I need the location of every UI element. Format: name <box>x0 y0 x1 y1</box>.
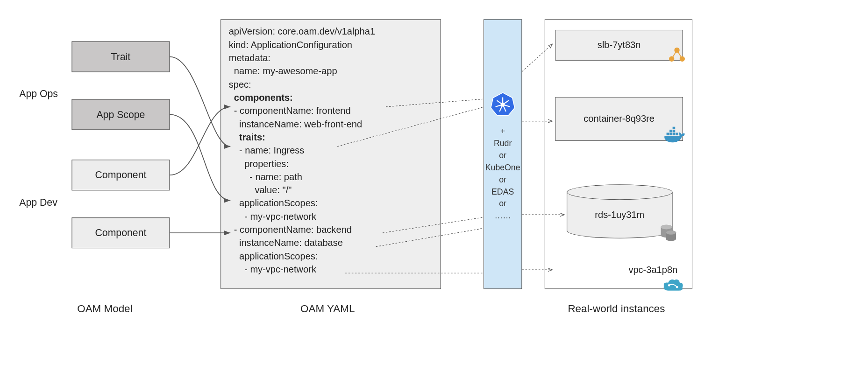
role-app-dev: App Dev <box>19 197 57 209</box>
runtime-text: + RudrorKubeOneorEDASor…… <box>485 125 520 222</box>
yaml-line: spec: <box>229 78 433 91</box>
yaml-line: traits: <box>229 131 433 144</box>
runtime-item: or <box>485 149 520 161</box>
runtime-item: Rudr <box>485 137 520 149</box>
box-trait: Trait <box>71 41 170 72</box>
svg-point-29 <box>666 237 676 241</box>
yaml-line: - my-vpc-network <box>229 210 433 223</box>
svg-line-13 <box>677 50 682 59</box>
svg-point-26 <box>661 225 672 230</box>
instance-rds: rds-1uy31m <box>567 184 673 237</box>
yaml-line: - componentName: frontend <box>229 105 433 118</box>
yaml-line: value: "/" <box>229 184 433 197</box>
slb-label: slb-7yt83n <box>598 40 641 51</box>
runtime-item: …… <box>485 210 520 222</box>
runtime-plus: + <box>485 125 520 137</box>
column-label-instances: Real-world instances <box>568 303 665 315</box>
docker-icon <box>664 126 686 146</box>
runtime-box: + RudrorKubeOneorEDASor…… <box>484 19 522 289</box>
app-scope-label: App Scope <box>96 109 145 120</box>
instances-box: slb-7yt83n container-8q93re <box>545 19 692 289</box>
yaml-line: components: <box>229 91 433 105</box>
column-label-yaml: OAM YAML <box>300 303 355 315</box>
instance-container: container-8q93re <box>555 97 683 141</box>
container-label: container-8q93re <box>583 113 655 125</box>
column-label-model: OAM Model <box>77 303 132 315</box>
svg-point-9 <box>674 48 679 53</box>
component-2-label: Component <box>95 227 147 239</box>
yaml-line: kind: ApplicationConfiguration <box>229 39 433 52</box>
cloud-icon <box>662 278 684 296</box>
trait-label: Trait <box>111 51 131 63</box>
yaml-line: properties: <box>229 157 433 170</box>
runtime-item: or <box>485 174 520 186</box>
vpc-label: vpc-3a1p8n <box>628 265 677 276</box>
yaml-box: apiVersion: core.oam.dev/v1alpha1kind: A… <box>221 19 441 289</box>
load-balancer-icon <box>668 46 686 65</box>
svg-rect-18 <box>669 130 672 133</box>
runtime-item: or <box>485 198 520 210</box>
box-component-2: Component <box>71 217 170 248</box>
instance-slb: slb-7yt83n <box>555 30 683 61</box>
instance-vpc: vpc-3a1p8n <box>562 262 677 279</box>
yaml-line: applicationScopes: <box>229 250 433 263</box>
svg-rect-16 <box>673 133 676 135</box>
runtime-item: EDAS <box>485 186 520 198</box>
svg-point-30 <box>666 230 676 235</box>
yaml-line: metadata: <box>229 52 433 65</box>
box-app-scope: App Scope <box>71 99 170 130</box>
yaml-line: apiVersion: core.oam.dev/v1alpha1 <box>229 25 433 38</box>
database-icon <box>661 224 677 245</box>
yaml-line: - name: Ingress <box>229 144 433 157</box>
svg-rect-17 <box>676 133 678 135</box>
yaml-line: - componentName: backend <box>229 223 433 237</box>
yaml-line: instanceName: web-front-end <box>229 118 433 131</box>
svg-line-12 <box>672 50 677 59</box>
svg-rect-19 <box>673 130 676 133</box>
yaml-content: apiVersion: core.oam.dev/v1alpha1kind: A… <box>229 25 433 276</box>
box-component-1: Component <box>71 160 170 190</box>
runtime-item: KubeOne <box>485 161 520 174</box>
rds-label: rds-1uy31m <box>567 210 673 221</box>
svg-rect-20 <box>673 126 676 129</box>
yaml-line: applicationScopes: <box>229 197 433 210</box>
svg-point-10 <box>669 56 674 62</box>
role-app-ops: App Ops <box>19 88 58 100</box>
yaml-line: instanceName: database <box>229 237 433 250</box>
kubernetes-icon <box>490 91 515 119</box>
yaml-line: name: my-awesome-app <box>229 65 433 78</box>
component-1-label: Component <box>95 169 147 181</box>
svg-rect-15 <box>669 133 672 135</box>
yaml-line: - name: path <box>229 171 433 184</box>
svg-rect-14 <box>667 133 669 135</box>
yaml-line: - my-vpc-network <box>229 263 433 276</box>
